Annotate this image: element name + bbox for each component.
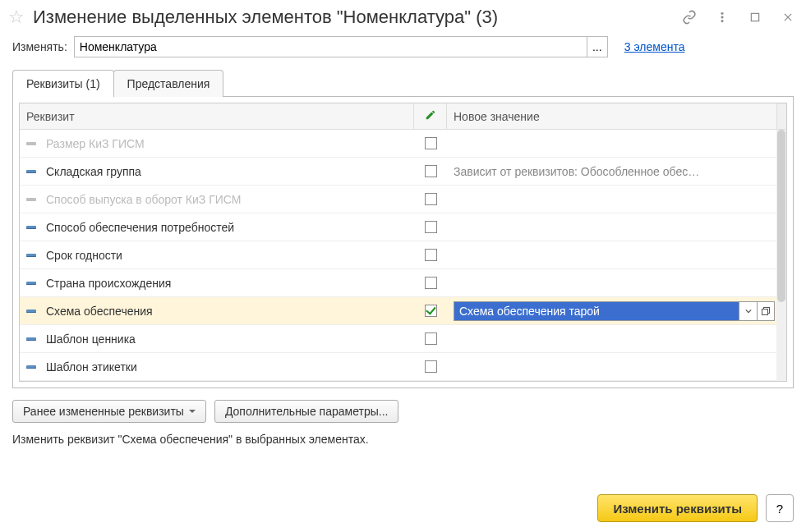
more-icon[interactable] <box>714 9 730 25</box>
value-editor-selection[interactable]: Схема обеспечения тарой <box>454 301 739 321</box>
svg-rect-7 <box>762 309 768 314</box>
row-checkbox[interactable] <box>425 193 437 205</box>
link-icon[interactable] <box>681 9 698 25</box>
value-dropdown-button[interactable] <box>739 301 757 321</box>
attribute-icon <box>26 142 36 145</box>
change-label: Изменять: <box>12 40 67 53</box>
svg-point-0 <box>721 12 723 14</box>
table-row[interactable]: Складская группаЗависит от реквизитов: О… <box>20 158 786 186</box>
maximize-icon[interactable] <box>747 9 763 25</box>
attribute-icon <box>26 337 36 341</box>
svg-point-1 <box>721 16 723 18</box>
column-header-value[interactable]: Новое значение <box>447 103 776 129</box>
vertical-scrollbar[interactable] <box>776 130 786 381</box>
hint-text: Изменить реквизит "Схема обеспечения" в … <box>0 429 806 449</box>
attribute-icon <box>26 170 36 173</box>
attribute-label: Способ обеспечения потребностей <box>46 221 234 234</box>
table-row[interactable]: Срок годности <box>20 241 786 269</box>
pencil-icon <box>425 109 436 123</box>
value-text: Зависит от реквизитов: Обособленное обес… <box>454 165 699 178</box>
scrollbar-gutter <box>776 103 786 129</box>
table-row[interactable]: Шаблон этикетки <box>20 353 786 381</box>
attribute-icon <box>26 198 36 201</box>
table-row[interactable]: Схема обеспеченияСхема обеспечения тарой <box>20 297 786 325</box>
row-checkbox[interactable] <box>425 165 437 177</box>
tab-attributes[interactable]: Реквизиты (1) <box>12 70 114 97</box>
table-row[interactable]: Шаблон ценника <box>20 325 786 353</box>
table-row[interactable]: Страна происхождения <box>20 269 786 297</box>
row-checkbox[interactable] <box>425 137 437 149</box>
attribute-icon <box>26 254 36 257</box>
row-checkbox[interactable] <box>425 249 437 261</box>
row-checkbox[interactable] <box>425 305 437 317</box>
row-checkbox[interactable] <box>425 277 437 289</box>
help-button[interactable]: ? <box>766 494 794 522</box>
close-icon[interactable] <box>780 9 796 25</box>
attribute-icon <box>26 226 36 229</box>
value-open-button[interactable] <box>757 301 775 321</box>
attribute-label: Срок годности <box>46 249 122 262</box>
attribute-label: Складская группа <box>46 165 141 178</box>
row-checkbox[interactable] <box>425 332 437 345</box>
attribute-label: Размер КиЗ ГИСМ <box>46 137 145 150</box>
grid-panel: Реквизит Новое значение Размер КиЗ ГИСМС… <box>12 96 794 388</box>
attribute-icon <box>26 310 36 313</box>
attribute-icon <box>26 282 36 285</box>
extra-params-button[interactable]: Дополнительные параметры... <box>214 400 399 423</box>
attribute-label: Схема обеспечения <box>46 305 153 318</box>
scrollbar-thumb[interactable] <box>777 130 785 302</box>
svg-rect-3 <box>751 13 758 21</box>
svg-point-2 <box>721 20 723 21</box>
favorite-star-icon[interactable]: ☆ <box>8 8 25 26</box>
table-row[interactable]: Способ выпуска в оборот КиЗ ГИСМ <box>20 186 786 213</box>
column-header-edit[interactable] <box>414 103 447 129</box>
previously-changed-label: Ранее измененные реквизиты <box>23 405 184 418</box>
tab-presentations[interactable]: Представления <box>113 70 224 97</box>
table-row[interactable]: Размер КиЗ ГИСМ <box>20 130 786 158</box>
attribute-icon <box>26 365 36 369</box>
row-checkbox[interactable] <box>425 360 437 373</box>
column-header-name[interactable]: Реквизит <box>20 103 414 129</box>
attribute-label: Шаблон этикетки <box>46 360 137 374</box>
attribute-label: Способ выпуска в оборот КиЗ ГИСМ <box>46 193 241 206</box>
attribute-label: Шаблон ценника <box>46 332 136 346</box>
previously-changed-button[interactable]: Ранее измененные реквизиты <box>12 400 206 423</box>
change-type-input[interactable] <box>74 36 587 57</box>
row-checkbox[interactable] <box>425 221 437 233</box>
elements-link[interactable]: 3 элемента <box>624 40 685 53</box>
attribute-label: Страна происхождения <box>46 277 171 290</box>
apply-button[interactable]: Изменить реквизиты <box>597 494 758 522</box>
table-row[interactable]: Способ обеспечения потребностей <box>20 213 786 241</box>
window-title: Изменение выделенных элементов "Номенкла… <box>33 7 673 28</box>
change-type-select-button[interactable]: ... <box>587 36 608 57</box>
